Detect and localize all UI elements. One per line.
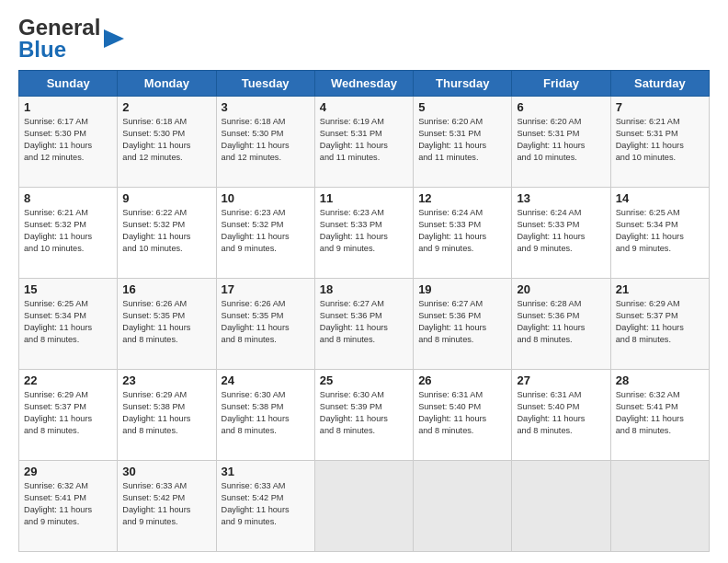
cell-info: Sunrise: 6:23 AM Sunset: 5:32 PM Dayligh… [222, 207, 310, 255]
day-header-wednesday: Wednesday [314, 71, 413, 97]
cell-info: Sunrise: 6:28 AM Sunset: 5:36 PM Dayligh… [517, 298, 605, 346]
calendar-cell: 18Sunrise: 6:27 AM Sunset: 5:36 PM Dayli… [314, 279, 413, 370]
calendar-cell [314, 461, 413, 552]
calendar-cell: 15Sunrise: 6:25 AM Sunset: 5:34 PM Dayli… [19, 279, 118, 370]
calendar-cell: 9Sunrise: 6:22 AM Sunset: 5:32 PM Daylig… [118, 188, 216, 279]
cell-info: Sunrise: 6:21 AM Sunset: 5:32 PM Dayligh… [24, 207, 112, 255]
day-number: 16 [122, 282, 210, 296]
calendar-cell: 2Sunrise: 6:18 AM Sunset: 5:30 PM Daylig… [118, 97, 216, 188]
calendar-cell: 7Sunrise: 6:21 AM Sunset: 5:31 PM Daylig… [610, 97, 709, 188]
day-header-sunday: Sunday [19, 71, 118, 97]
day-header-monday: Monday [118, 71, 216, 97]
cell-info: Sunrise: 6:27 AM Sunset: 5:36 PM Dayligh… [418, 298, 506, 346]
calendar-row-4: 22Sunrise: 6:29 AM Sunset: 5:37 PM Dayli… [19, 370, 710, 461]
calendar-cell: 17Sunrise: 6:26 AM Sunset: 5:35 PM Dayli… [216, 279, 314, 370]
day-number: 10 [222, 191, 310, 205]
day-number: 31 [222, 465, 310, 478]
calendar-cell [610, 461, 709, 552]
day-header-saturday: Saturday [610, 71, 709, 97]
logo-arrow-icon [104, 26, 124, 55]
day-number: 8 [24, 191, 112, 205]
day-number: 13 [517, 191, 605, 205]
cell-info: Sunrise: 6:27 AM Sunset: 5:36 PM Dayligh… [320, 298, 408, 346]
calendar-cell: 24Sunrise: 6:30 AM Sunset: 5:38 PM Dayli… [216, 370, 314, 461]
day-number: 22 [24, 373, 112, 387]
calendar-cell [414, 461, 512, 552]
calendar-cell [512, 461, 610, 552]
cell-info: Sunrise: 6:31 AM Sunset: 5:40 PM Dayligh… [418, 389, 506, 437]
calendar-cell: 16Sunrise: 6:26 AM Sunset: 5:35 PM Dayli… [118, 279, 216, 370]
day-number: 27 [517, 373, 605, 387]
day-number: 4 [320, 100, 408, 114]
calendar-cell: 27Sunrise: 6:31 AM Sunset: 5:40 PM Dayli… [512, 370, 610, 461]
page: General Blue SundayMondayTuesdayWednesda… [0, 0, 728, 563]
calendar-cell: 31Sunrise: 6:33 AM Sunset: 5:42 PM Dayli… [216, 461, 314, 552]
cell-info: Sunrise: 6:30 AM Sunset: 5:39 PM Dayligh… [320, 389, 408, 437]
day-number: 21 [616, 282, 704, 296]
calendar-row-1: 1Sunrise: 6:17 AM Sunset: 5:30 PM Daylig… [19, 97, 710, 188]
cell-info: Sunrise: 6:24 AM Sunset: 5:33 PM Dayligh… [418, 207, 506, 255]
cell-info: Sunrise: 6:29 AM Sunset: 5:38 PM Dayligh… [122, 389, 210, 437]
day-number: 26 [418, 373, 506, 387]
day-number: 15 [24, 282, 112, 296]
day-number: 17 [222, 282, 310, 296]
calendar-cell: 6Sunrise: 6:20 AM Sunset: 5:31 PM Daylig… [512, 97, 610, 188]
day-number: 28 [616, 373, 704, 387]
day-header-thursday: Thursday [414, 71, 512, 97]
cell-info: Sunrise: 6:24 AM Sunset: 5:33 PM Dayligh… [517, 207, 605, 255]
cell-info: Sunrise: 6:30 AM Sunset: 5:38 PM Dayligh… [222, 389, 310, 437]
day-number: 19 [418, 282, 506, 296]
cell-info: Sunrise: 6:18 AM Sunset: 5:30 PM Dayligh… [222, 116, 310, 164]
day-number: 2 [122, 100, 210, 114]
header: General Blue [18, 15, 710, 63]
logo: General Blue [18, 15, 124, 63]
calendar-cell: 26Sunrise: 6:31 AM Sunset: 5:40 PM Dayli… [414, 370, 512, 461]
cell-info: Sunrise: 6:25 AM Sunset: 5:34 PM Dayligh… [616, 207, 704, 255]
cell-info: Sunrise: 6:23 AM Sunset: 5:33 PM Dayligh… [320, 207, 408, 255]
cell-info: Sunrise: 6:33 AM Sunset: 5:42 PM Dayligh… [222, 480, 310, 528]
calendar-cell: 10Sunrise: 6:23 AM Sunset: 5:32 PM Dayli… [216, 188, 314, 279]
cell-info: Sunrise: 6:20 AM Sunset: 5:31 PM Dayligh… [418, 116, 506, 164]
logo-blue: Blue [18, 37, 100, 63]
day-number: 7 [616, 100, 704, 114]
day-number: 18 [320, 282, 408, 296]
svg-marker-0 [104, 29, 124, 48]
calendar-cell: 19Sunrise: 6:27 AM Sunset: 5:36 PM Dayli… [414, 279, 512, 370]
day-number: 24 [222, 373, 310, 387]
cell-info: Sunrise: 6:32 AM Sunset: 5:41 PM Dayligh… [616, 389, 704, 437]
calendar-cell: 3Sunrise: 6:18 AM Sunset: 5:30 PM Daylig… [216, 97, 314, 188]
day-number: 3 [222, 100, 310, 114]
calendar-cell: 21Sunrise: 6:29 AM Sunset: 5:37 PM Dayli… [610, 279, 709, 370]
calendar-cell: 13Sunrise: 6:24 AM Sunset: 5:33 PM Dayli… [512, 188, 610, 279]
cell-info: Sunrise: 6:32 AM Sunset: 5:41 PM Dayligh… [24, 480, 112, 528]
calendar-header: SundayMondayTuesdayWednesdayThursdayFrid… [19, 71, 710, 97]
day-number: 11 [320, 191, 408, 205]
cell-info: Sunrise: 6:21 AM Sunset: 5:31 PM Dayligh… [616, 116, 704, 164]
cell-info: Sunrise: 6:31 AM Sunset: 5:40 PM Dayligh… [517, 389, 605, 437]
cell-info: Sunrise: 6:17 AM Sunset: 5:30 PM Dayligh… [24, 116, 112, 164]
day-header-tuesday: Tuesday [216, 71, 314, 97]
day-number: 1 [24, 100, 112, 114]
day-number: 6 [517, 100, 605, 114]
calendar-cell: 5Sunrise: 6:20 AM Sunset: 5:31 PM Daylig… [414, 97, 512, 188]
day-number: 23 [122, 373, 210, 387]
calendar-row-3: 15Sunrise: 6:25 AM Sunset: 5:34 PM Dayli… [19, 279, 710, 370]
day-number: 9 [122, 191, 210, 205]
day-number: 14 [616, 191, 704, 205]
calendar-row-2: 8Sunrise: 6:21 AM Sunset: 5:32 PM Daylig… [19, 188, 710, 279]
calendar-cell: 12Sunrise: 6:24 AM Sunset: 5:33 PM Dayli… [414, 188, 512, 279]
calendar-cell: 30Sunrise: 6:33 AM Sunset: 5:42 PM Dayli… [118, 461, 216, 552]
header-row: SundayMondayTuesdayWednesdayThursdayFrid… [19, 71, 710, 97]
day-number: 29 [24, 465, 112, 478]
cell-info: Sunrise: 6:20 AM Sunset: 5:31 PM Dayligh… [517, 116, 605, 164]
calendar-cell: 23Sunrise: 6:29 AM Sunset: 5:38 PM Dayli… [118, 370, 216, 461]
calendar-cell: 22Sunrise: 6:29 AM Sunset: 5:37 PM Dayli… [19, 370, 118, 461]
day-header-friday: Friday [512, 71, 610, 97]
calendar-cell: 4Sunrise: 6:19 AM Sunset: 5:31 PM Daylig… [314, 97, 413, 188]
cell-info: Sunrise: 6:22 AM Sunset: 5:32 PM Dayligh… [122, 207, 210, 255]
calendar-table: SundayMondayTuesdayWednesdayThursdayFrid… [18, 70, 710, 552]
day-number: 25 [320, 373, 408, 387]
cell-info: Sunrise: 6:18 AM Sunset: 5:30 PM Dayligh… [122, 116, 210, 164]
cell-info: Sunrise: 6:33 AM Sunset: 5:42 PM Dayligh… [122, 480, 210, 528]
calendar-row-5: 29Sunrise: 6:32 AM Sunset: 5:41 PM Dayli… [19, 461, 710, 552]
